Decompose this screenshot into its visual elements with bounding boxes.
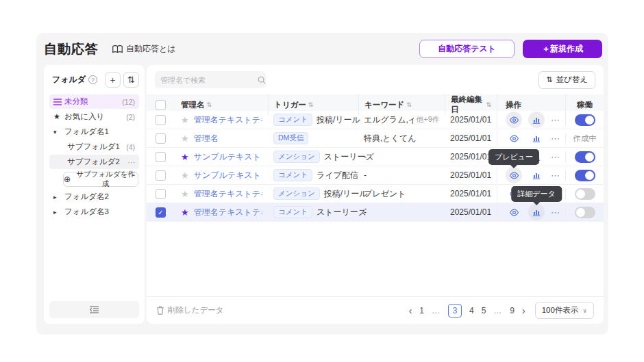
main-panel: ⇅ 並び替え 管理名⇅ トリガー⇅ キーワード⇅ 最終編集日⇅ 操作 稼働 [147,65,604,324]
row-more-menu[interactable]: ⋯ [551,170,560,181]
caret-right-icon[interactable]: ▸ [53,194,64,201]
col-active: 稼働 [577,100,593,110]
favorite-star-icon[interactable]: ★ [181,170,189,181]
favorite-star-icon[interactable]: ★ [181,152,189,162]
star-icon: ★ [53,112,64,121]
table-row[interactable]: ★管理名 DM受信 特典,とくてん 2025/01/01 ⋯ 作成中 [147,129,604,148]
sidebar-item-favorites[interactable]: ★ お気に入り (2) [49,109,139,124]
table-row[interactable]: ★管理名テキストテキスト… コメント投稿/リール エルグラム,インス…他+9件 … [147,111,604,129]
active-toggle[interactable] [575,170,595,181]
app-surface: 自動応答 自動応答とは 自動応答テスト ＋新規作成 フォルダ ? ＋ ⇅ [36,33,608,335]
row-more-menu[interactable]: ⋯ [551,115,560,125]
sidebar-item-unclassified[interactable]: 未分類 (12) [49,94,139,109]
page-9[interactable]: 9 [510,306,515,315]
table-row[interactable]: ★サンプルテキスト コメントライブ配信 - 2025/01/01 プレビュー ⋯ [147,166,604,185]
page-5[interactable]: 5 [482,306,486,315]
keyword-extra: 他+9件 [417,115,439,125]
favorite-star-icon[interactable]: ★ [181,133,189,144]
prev-page-icon[interactable]: ‹ [409,306,412,315]
row-checkbox[interactable] [156,170,166,181]
favorite-star-icon[interactable]: ★ [181,115,189,125]
page-1[interactable]: 1 [419,306,424,315]
sidebar-item-label: 未分類 [64,96,88,107]
sidebar-item-subfolder2[interactable]: サブフォルダ2 ⋯ [49,155,139,169]
search-input[interactable] [160,76,258,84]
deleted-data-link[interactable]: 削除したデータ [156,305,224,315]
active-toggle[interactable] [575,207,595,218]
sort-button-label: 並び替え [556,75,588,85]
row-more-menu[interactable]: ⋯ [551,133,560,144]
page-size-select[interactable]: 100件表示 ∨ [535,302,594,319]
deleted-data-label: 削除したデータ [168,305,224,315]
row-checkbox[interactable] [156,189,166,199]
row-checkbox[interactable] [156,133,166,144]
ellipsis: … [432,306,441,315]
preview-eye-button[interactable] [506,130,522,146]
item-count: (2) [126,113,135,121]
page-4[interactable]: 4 [469,306,474,315]
column-sort-icon[interactable]: ⇅ [207,101,212,108]
sidebar-item-label: サブフォルダ1 [67,142,120,152]
column-sort-icon[interactable]: ⇅ [308,101,314,108]
keyword-text: - [364,170,367,180]
col-trigger[interactable]: トリガー [274,100,306,110]
page-header: 自動応答 自動応答とは 自動応答テスト ＋新規作成 [44,33,604,65]
analytics-chart-button[interactable] [528,112,545,128]
col-actions: 操作 [506,100,521,110]
rule-name-link[interactable]: サンプルテキスト [194,170,261,181]
select-all-checkbox[interactable] [156,100,166,110]
column-sort-icon[interactable]: ⇅ [486,101,491,108]
next-page-icon[interactable]: › [522,306,525,315]
table-row-selected[interactable]: ✓ ★管理名テキストテキスト… コメントストーリーズ - 2025/01/01 … [147,203,604,222]
analytics-chart-button[interactable]: 詳細データ [528,204,545,220]
pagination: ‹ 1 … 3 4 5 … 9 › [409,304,525,318]
rule-name-link[interactable]: 管理名 [194,133,219,144]
create-new-button[interactable]: ＋新規作成 [523,40,602,58]
rule-name-link[interactable]: 管理名テキストテキスト… [194,207,262,218]
auto-reply-test-button[interactable]: 自動応答テスト [419,40,515,58]
row-more-menu[interactable]: ⋯ [551,152,560,162]
col-keyword[interactable]: キーワード [364,100,404,110]
column-sort-icon[interactable]: ⇅ [406,101,412,108]
sidebar-item-folder1[interactable]: ▾ フォルダ名1 [49,125,139,139]
folder-sort-button[interactable]: ⇅ [123,72,139,88]
rule-name-link[interactable]: 管理名テキストテキスト… [194,114,262,126]
rule-name-link[interactable]: 管理名テキストテキスト… [194,188,262,200]
preview-eye-button[interactable] [506,112,522,128]
col-name[interactable]: 管理名 [181,100,205,110]
keyword-text: - [364,152,367,161]
sidebar-item-folder2[interactable]: ▸ フォルダ名2 [49,190,139,204]
sort-button[interactable]: ⇅ 並び替え [538,71,595,89]
current-page[interactable]: 3 [448,304,462,318]
trigger-badge: メンション [273,188,320,200]
caret-right-icon[interactable]: ▸ [53,209,64,216]
row-more-menu[interactable]: ⋯ [551,207,560,218]
preview-eye-button[interactable] [506,204,522,220]
sidebar-item-subfolder1[interactable]: サブフォルダ1 (4) [49,140,139,154]
sidebar-item-folder3[interactable]: ▸ フォルダ名3 [49,205,139,219]
active-toggle[interactable] [575,188,595,200]
active-toggle[interactable] [575,151,595,163]
col-last-edited[interactable]: 最終編集日 [451,94,484,115]
collapse-sidebar-button[interactable] [49,301,139,318]
active-toggle[interactable] [575,114,595,126]
analytics-chart-button[interactable] [528,167,545,183]
favorite-star-icon[interactable]: ★ [181,207,189,218]
more-menu-icon[interactable]: ⋯ [128,158,136,166]
keyword-text: エルグラム,インス… [364,114,414,126]
help-icon[interactable]: ? [88,75,97,84]
add-folder-button[interactable]: ＋ [105,72,121,88]
create-subfolder-button[interactable]: ⊕ サブフォルダを作成 [63,172,138,187]
row-checkbox[interactable] [156,152,166,162]
row-checkbox[interactable] [156,115,166,125]
item-count: (12) [122,98,135,106]
rule-name-link[interactable]: サンプルテキスト [194,151,261,163]
analytics-chart-button[interactable] [528,130,545,146]
favorite-star-icon[interactable]: ★ [181,189,189,199]
collapse-sidebar-icon [90,306,99,313]
about-link[interactable]: 自動応答とは [112,43,176,55]
preview-eye-button[interactable]: プレビュー [506,167,522,183]
row-checkbox[interactable]: ✓ [156,207,166,218]
trigger-badge: コメント [273,114,312,126]
caret-down-icon[interactable]: ▾ [53,129,64,135]
